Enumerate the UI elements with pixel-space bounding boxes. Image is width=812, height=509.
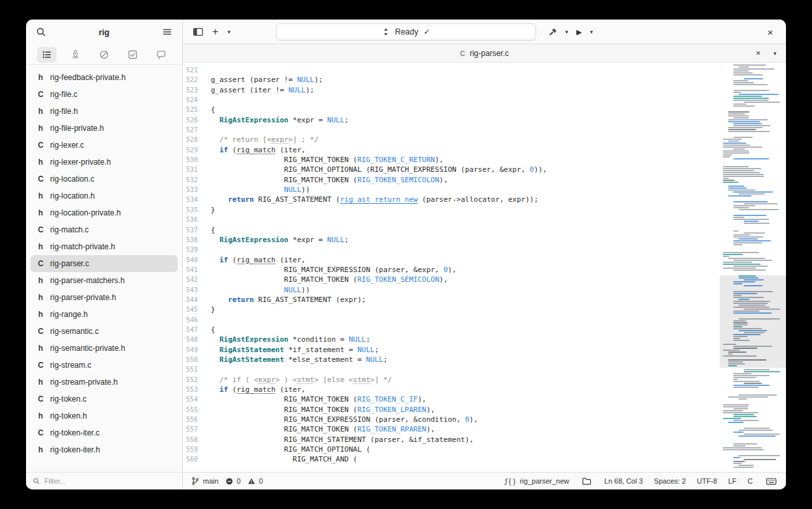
file-type-icon: C — [37, 428, 44, 437]
new-page-caret[interactable]: ▾ — [224, 29, 234, 35]
run-caret[interactable]: ▾ — [587, 29, 596, 35]
warning-counter[interactable]: 0 — [247, 477, 263, 486]
file-row[interactable]: hrig-stream-private.h — [31, 374, 178, 391]
line-number: 558 — [183, 435, 198, 445]
code-line: { — [211, 105, 720, 115]
minimap-viewport[interactable] — [720, 275, 786, 368]
file-row[interactable]: hrig-lexer-private.h — [31, 154, 178, 171]
file-row[interactable]: hrig-parser-private.h — [31, 289, 178, 306]
line-number: 532 — [183, 175, 198, 185]
line-number: 546 — [183, 315, 198, 325]
tab-diagnostics[interactable] — [94, 47, 114, 62]
file-name: rig-feedback-private.h — [50, 73, 126, 82]
line-number: 531 — [183, 165, 198, 174]
sidebar-panel-tabs — [26, 44, 182, 65]
file-name: rig-lexer.c — [50, 141, 84, 150]
line-number: 544 — [183, 295, 198, 305]
editor: 5215225235245255265275285295305315325335… — [183, 62, 786, 472]
file-name: rig-semantic.c — [50, 327, 99, 336]
menu-button[interactable] — [159, 23, 176, 40]
file-row[interactable]: hrig-file-private.h — [31, 120, 178, 137]
file-name: rig-parser-matchers.h — [50, 276, 125, 285]
code-line: RIG_MATCH_TOKEN (RIG_TOKEN_LPAREN), — [211, 405, 720, 415]
current-symbol[interactable]: ƒ{} rig_parser_new — [505, 477, 569, 486]
file-type-icon: C — [37, 361, 44, 370]
search-button[interactable] — [33, 23, 49, 40]
header-bar: + ▾ Ready ✓ ▾ ▶ ▾ × — [183, 20, 786, 44]
file-row[interactable]: Crig-location.c — [31, 171, 178, 187]
build-button[interactable] — [544, 23, 561, 40]
line-number: 533 — [183, 185, 198, 195]
file-row[interactable]: hrig-match-private.h — [31, 238, 178, 255]
code-line: } — [211, 305, 720, 314]
line-ending[interactable]: LF — [728, 477, 737, 485]
language-mode[interactable]: C — [748, 477, 753, 485]
omnibar[interactable]: Ready ✓ — [276, 23, 536, 40]
tab-comments[interactable] — [152, 47, 171, 62]
file-name: rig-range.h — [50, 310, 88, 319]
new-page-button[interactable]: + — [209, 24, 222, 40]
cursor-position[interactable]: Ln 68, Col 3 — [604, 477, 643, 485]
tab-file-name[interactable]: rig-parser.c — [470, 49, 509, 58]
encoding[interactable]: UTF-8 — [697, 477, 717, 485]
updown-icon — [382, 27, 390, 36]
line-number: 529 — [183, 145, 198, 155]
toggle-panel-button[interactable] — [189, 23, 206, 40]
tab-project-tree[interactable] — [37, 47, 57, 62]
file-row[interactable]: Crig-file.c — [31, 86, 178, 103]
file-row[interactable]: Crig-semantic.c — [31, 323, 178, 340]
line-number: 540 — [183, 255, 198, 265]
file-row[interactable]: Crig-token.c — [31, 391, 178, 407]
status-bar-right: ƒ{} rig_parser_new Ln 68, Col 3 Spaces: … — [505, 475, 778, 488]
file-row[interactable]: Crig-match.c — [31, 221, 178, 238]
line-number-gutter[interactable]: 5215225235245255265275285295305315325335… — [183, 62, 203, 472]
indentation-mode[interactable]: Spaces: 2 — [654, 477, 686, 485]
filter-bar — [26, 472, 182, 489]
file-row[interactable]: hrig-token-iter.h — [31, 441, 178, 458]
file-row[interactable]: hrig-feedback-private.h — [31, 69, 178, 86]
tab-build-targets[interactable] — [66, 47, 85, 62]
tab-todo[interactable] — [123, 47, 142, 62]
branch-indicator[interactable]: main — [191, 476, 219, 486]
file-type-icon: C — [37, 141, 44, 150]
code-line: /* return [<expr>] ; */ — [211, 135, 720, 144]
code-line — [211, 95, 720, 105]
filter-input[interactable] — [44, 477, 176, 485]
keyboard-button[interactable] — [764, 475, 778, 488]
file-row[interactable]: hrig-location-private.h — [31, 204, 178, 221]
run-button[interactable]: ▶ — [573, 28, 586, 36]
build-caret[interactable]: ▾ — [562, 29, 571, 35]
project-folder-button[interactable] — [580, 475, 593, 488]
file-row[interactable]: Crig-token-iter.c — [31, 424, 178, 441]
file-name: rig-stream-private.h — [50, 378, 118, 387]
code-line: RigAstExpression *expr = NULL; — [211, 115, 720, 125]
line-number: 527 — [183, 125, 198, 135]
tab-file-type-icon: C — [460, 49, 465, 57]
file-row[interactable]: Crig-stream.c — [31, 357, 178, 374]
file-type-icon: h — [37, 124, 44, 133]
tab-list-caret[interactable]: ▾ — [770, 50, 779, 57]
file-name: rig-location.c — [50, 174, 94, 184]
file-row[interactable]: hrig-parser-matchers.h — [31, 272, 178, 289]
file-row[interactable]: hrig-file.h — [31, 103, 178, 120]
code-line: RIG_MATCH_STATEMENT (parser, &if_stateme… — [211, 435, 720, 445]
file-name: rig-semantic-private.h — [50, 344, 125, 353]
minimap[interactable] — [720, 62, 786, 472]
file-row[interactable]: hrig-location.h — [31, 187, 178, 204]
file-row[interactable]: hrig-semantic-private.h — [31, 340, 178, 357]
line-number: 538 — [183, 235, 198, 245]
file-row[interactable]: Crig-parser.c — [31, 255, 178, 272]
error-counter[interactable]: 0 — [225, 477, 241, 486]
file-type-icon: C — [37, 174, 44, 184]
file-type-icon: C — [37, 394, 44, 404]
check-square-icon — [128, 49, 138, 60]
code-line: RIG_MATCH_TOKEN (RIG_TOKEN_SEMICOLON), — [211, 175, 720, 185]
code-editor[interactable]: g_assert (parser != NULL);g_assert (iter… — [203, 62, 720, 472]
file-row[interactable]: Crig-lexer.c — [31, 137, 178, 154]
tab-close-button[interactable]: × — [755, 48, 761, 58]
file-row[interactable]: hrig-token.h — [31, 407, 178, 424]
status-bar: main 0 0 ƒ{} rig_parser_new Ln 68, Col 3 — [183, 472, 786, 489]
function-icon: ƒ{} — [505, 477, 517, 486]
window-close-button[interactable]: × — [763, 24, 778, 40]
file-row[interactable]: hrig-range.h — [31, 306, 178, 323]
